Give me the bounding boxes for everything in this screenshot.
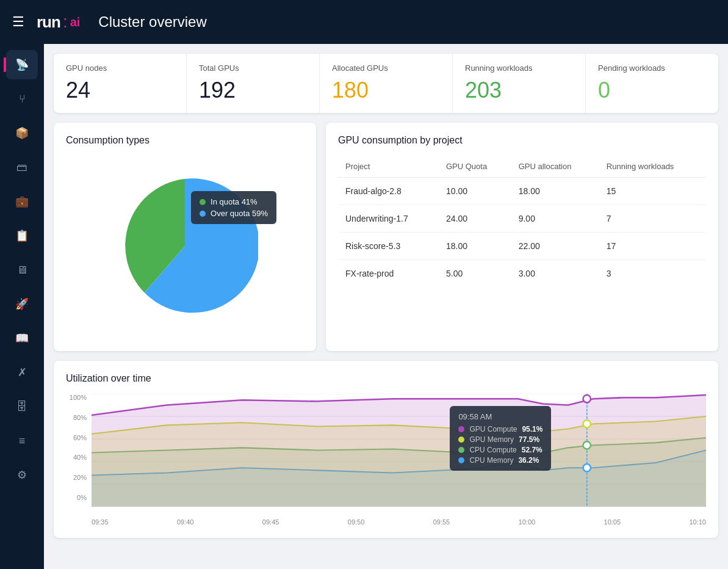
running-workloads-label: Running workloads xyxy=(465,63,573,73)
stat-card-running-workloads: Running workloads 203 xyxy=(453,54,586,113)
in-quota-label: In quota 41% xyxy=(211,197,258,206)
cpu-memory-dot xyxy=(583,464,591,471)
logo-ai: ai xyxy=(70,15,81,29)
settings-icon: ⚙ xyxy=(17,468,27,482)
cpu-compute-tooltip-value: 52.7% xyxy=(522,446,542,454)
active-indicator xyxy=(4,57,6,72)
cell-workloads: 17 xyxy=(599,233,706,260)
database-icon: 🗄 xyxy=(16,400,27,413)
utilization-title: Utilization over time xyxy=(66,373,706,384)
gpu-compute-tooltip-label: GPU Compute xyxy=(469,425,517,433)
audit-icon: ✗ xyxy=(18,366,27,379)
cell-project: Risk-score-5.3 xyxy=(338,233,439,260)
packages-icon: 📦 xyxy=(15,126,29,140)
utilization-panel: Utilization over time 100% 80% 60% 40% 2… xyxy=(54,361,718,538)
total-gpus-value: 192 xyxy=(199,78,307,103)
pie-tooltip-in-quota: In quota 41% xyxy=(200,197,268,206)
sidebar-item-deploy[interactable]: 📋 xyxy=(6,221,38,250)
stat-card-pending-workloads: Pending workloads 0 xyxy=(586,54,718,113)
stat-card-total-gpus: Total GPUs 192 xyxy=(187,54,320,113)
cell-allocation: 3.00 xyxy=(511,260,599,288)
gpu-compute-tooltip-value: 95.1% xyxy=(522,425,542,433)
cell-project: FX-rate-prod xyxy=(338,260,439,288)
over-quota-label: Over quota 59% xyxy=(211,209,268,218)
pending-workloads-label: Pending workloads xyxy=(598,63,706,73)
gpu-memory-tooltip-dot xyxy=(458,437,464,443)
allocated-gpus-label: Allocated GPUs xyxy=(332,63,440,73)
storage-icon: 🗃 xyxy=(16,161,27,174)
logo: run : ai xyxy=(37,12,80,32)
allocated-gpus-value: 180 xyxy=(332,78,440,103)
cell-allocation: 22.00 xyxy=(511,233,599,260)
cell-quota: 5.00 xyxy=(439,260,511,288)
table-row: Fraud-algo-2.8 10.00 18.00 15 xyxy=(338,178,706,205)
sidebar-item-launch[interactable]: 🚀 xyxy=(6,289,38,319)
col-gpu-quota: GPU Quota xyxy=(439,156,511,178)
cpu-compute-tooltip-label: CPU Compute xyxy=(469,446,516,454)
cell-workloads: 3 xyxy=(599,260,706,288)
tooltip-cpu-compute: CPU Compute 52.7% xyxy=(458,446,542,454)
logo-colon: : xyxy=(63,12,68,32)
running-workloads-value: 203 xyxy=(465,78,573,103)
cpu-compute-tooltip-dot xyxy=(458,447,464,453)
content-area: GPU nodes 24 Total GPUs 192 Allocated GP… xyxy=(44,44,728,569)
sidebar-item-compute[interactable]: 🖥 xyxy=(6,255,38,284)
tooltip-cpu-memory: CPU Memory 36.2% xyxy=(458,456,542,465)
sidebar-item-settings[interactable]: ⚙ xyxy=(6,460,38,490)
sidebar-item-packages[interactable]: 📦 xyxy=(6,118,38,148)
gpu-table: Project GPU Quota GPU allocation Running… xyxy=(338,156,706,287)
gpu-memory-tooltip-label: GPU Memory xyxy=(469,435,514,444)
col-project: Project xyxy=(338,156,439,178)
cpu-memory-tooltip-value: 36.2% xyxy=(518,456,539,465)
sidebar-item-audit[interactable]: ✗ xyxy=(6,358,38,387)
utilization-chart xyxy=(92,394,706,507)
pie-tooltip-over-quota: Over quota 59% xyxy=(200,209,268,218)
sidebar-item-cluster[interactable]: 📡 xyxy=(6,50,38,79)
chart-wrapper: 100% 80% 60% 40% 20% 0% xyxy=(66,394,706,516)
tooltip-time: 09:58 AM xyxy=(458,412,542,421)
sidebar-item-database[interactable]: 🗄 xyxy=(6,392,38,421)
gpu-project-title: GPU consumption by project xyxy=(338,135,706,146)
pie-container: In quota 41% Over quota 59% xyxy=(66,156,304,339)
cell-workloads: 15 xyxy=(599,178,706,205)
sidebar-item-storage[interactable]: 🗃 xyxy=(6,153,38,182)
logo-run: run xyxy=(37,13,60,32)
gpu-compute-dot xyxy=(583,395,591,402)
sidebar: 📡 ⑂ 📦 🗃 💼 📋 🖥 🚀 📖 ✗ 🗄 xyxy=(0,44,44,569)
pie-chart-wrapper: In quota 41% Over quota 59% xyxy=(112,173,258,322)
consumption-panel: Consumption types xyxy=(54,123,316,351)
sidebar-item-docs[interactable]: 📖 xyxy=(6,324,38,353)
sidebar-item-projects[interactable]: ⑂ xyxy=(6,84,38,114)
launch-icon: 🚀 xyxy=(15,297,29,311)
cell-quota: 10.00 xyxy=(439,178,511,205)
in-quota-dot xyxy=(200,199,206,205)
queues-icon: ≡ xyxy=(19,435,26,448)
page-title: Cluster overview xyxy=(98,13,206,31)
projects-icon: ⑂ xyxy=(19,93,26,106)
y-axis-labels: 100% 80% 60% 40% 20% 0% xyxy=(66,394,89,501)
cell-quota: 18.00 xyxy=(439,233,511,260)
gpu-memory-dot xyxy=(583,420,591,427)
stat-card-gpu-nodes: GPU nodes 24 xyxy=(54,54,187,113)
pending-workloads-value: 0 xyxy=(598,78,706,103)
tooltip-gpu-compute: GPU Compute 95.1% xyxy=(458,425,542,433)
table-row: Underwriting-1.7 24.00 9.00 7 xyxy=(338,205,706,233)
over-quota-dot xyxy=(200,211,206,217)
sidebar-item-jobs[interactable]: 💼 xyxy=(6,187,38,216)
docs-icon: 📖 xyxy=(15,332,29,345)
table-header-row: Project GPU Quota GPU allocation Running… xyxy=(338,156,706,178)
jobs-icon: 💼 xyxy=(15,195,29,208)
cell-allocation: 18.00 xyxy=(511,178,599,205)
gpu-nodes-label: GPU nodes xyxy=(66,63,174,73)
cpu-compute-dot xyxy=(583,441,591,449)
gpu-compute-area xyxy=(92,395,706,507)
table-row: Risk-score-5.3 18.00 22.00 17 xyxy=(338,233,706,260)
cpu-memory-tooltip-label: CPU Memory xyxy=(469,456,513,465)
hamburger-menu[interactable]: ☰ xyxy=(12,14,24,30)
x-axis-labels: 09:35 09:40 09:45 09:50 09:55 10:00 10:0… xyxy=(66,518,706,526)
sidebar-item-queues[interactable]: ≡ xyxy=(6,426,38,455)
chart-tooltip: 09:58 AM GPU Compute 95.1% GPU Memory 77… xyxy=(450,406,551,471)
table-row: FX-rate-prod 5.00 3.00 3 xyxy=(338,260,706,288)
gpu-nodes-value: 24 xyxy=(66,78,174,103)
consumption-title: Consumption types xyxy=(66,135,304,146)
